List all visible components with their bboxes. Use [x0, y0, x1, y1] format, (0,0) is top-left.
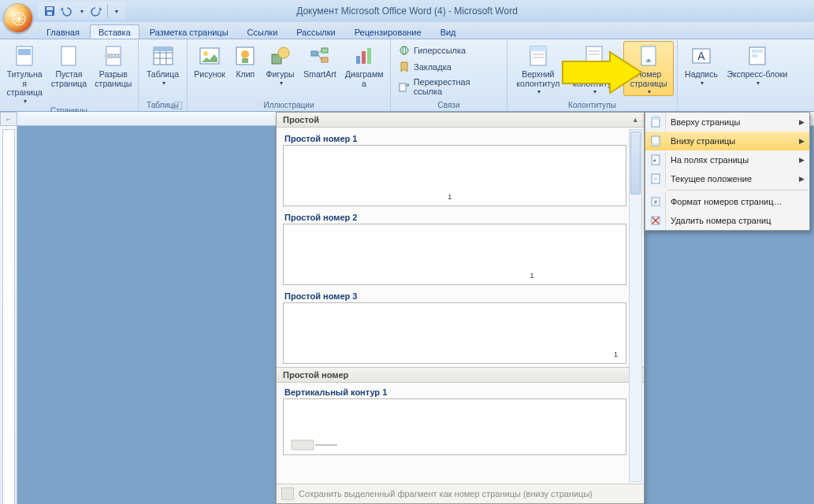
group-tables-label: Таблицы: [142, 100, 184, 111]
group-links-label: Связи: [394, 100, 504, 111]
quick-parts-button[interactable]: Экспресс-блоки: [723, 41, 791, 87]
tab-review[interactable]: Рецензирование: [346, 24, 430, 39]
hyperlink-button[interactable]: Гиперссылка: [394, 43, 504, 58]
svg-rect-5: [18, 49, 31, 55]
svg-rect-28: [356, 56, 360, 64]
svg-rect-50: [292, 440, 314, 450]
quick-parts-label: Экспресс-блоки: [727, 70, 788, 80]
gallery-item-2[interactable]: 1: [283, 224, 626, 285]
svg-point-32: [403, 46, 406, 54]
gallery-item-3[interactable]: 1: [283, 302, 626, 364]
tab-page-layout[interactable]: Разметка страницы: [141, 24, 237, 39]
submenu-arrow-icon: ▶: [799, 137, 805, 145]
svg-line-27: [318, 54, 322, 60]
textbox-button[interactable]: A Надпись: [681, 41, 722, 87]
menu-top-label: Вверху страницы: [666, 117, 799, 127]
svg-rect-29: [362, 51, 366, 64]
vertical-ruler[interactable]: [0, 126, 17, 504]
gallery-footer-label: Сохранить выделенный фрагмент как номер …: [299, 489, 593, 498]
svg-rect-39: [586, 61, 602, 65]
submenu-arrow-icon: ▶: [799, 156, 805, 164]
header-icon: [526, 43, 551, 69]
menu-top-of-page[interactable]: Вверху страницы ▶: [645, 113, 809, 132]
menu-remove-page-numbers[interactable]: Удалить номера страниц: [645, 211, 809, 230]
menu-format-page-numbers[interactable]: # Формат номеров страниц…: [645, 192, 809, 211]
clipart-button[interactable]: Клип: [230, 41, 260, 80]
ribbon-tabs: Главная Вставка Разметка страницы Ссылки…: [0, 22, 814, 39]
page-break-icon: [101, 43, 126, 69]
svg-rect-23: [311, 51, 318, 56]
page-number-button[interactable]: # Номерстраницы: [623, 41, 674, 96]
group-pages: Титульнаястраница Пустаястраница Разрывс…: [0, 39, 139, 111]
menu-current-position[interactable]: Текущее положение ▶: [645, 169, 809, 188]
menu-top-icon: [645, 113, 666, 132]
save-icon[interactable]: [43, 4, 57, 18]
crossref-button[interactable]: Перекрестная ссылка: [394, 76, 504, 98]
gallery-scrollbar[interactable]: [629, 129, 642, 482]
picture-button[interactable]: Рисунок: [191, 41, 229, 80]
gallery-scroll-thumb[interactable]: [630, 132, 641, 195]
footer-button[interactable]: Нижнийколонтитул: [567, 41, 623, 96]
svg-rect-20: [242, 58, 248, 63]
picture-icon: [197, 43, 222, 69]
menu-bottom-icon: [645, 132, 666, 150]
header-label: Верхнийколонтитул: [516, 70, 559, 88]
menu-bottom-of-page[interactable]: Внизу страницы ▶: [645, 132, 809, 150]
hyperlink-label: Гиперссылка: [414, 46, 466, 55]
redo-icon[interactable]: [90, 4, 104, 18]
tab-insert[interactable]: Вставка: [90, 24, 139, 39]
tab-references[interactable]: Ссылки: [239, 24, 287, 39]
chart-button[interactable]: Диаграмма: [341, 41, 387, 89]
gallery-item-3-label: Простой номер 3: [283, 288, 626, 302]
page-number-menu: Вверху страницы ▶ Внизу страницы ▶ # На …: [645, 112, 810, 231]
tables-launcher-icon[interactable]: [174, 102, 182, 109]
menu-bottom-label: Внизу страницы: [666, 136, 799, 146]
clipart-icon: [232, 43, 258, 69]
gallery-collapse-icon[interactable]: ▴: [634, 116, 637, 124]
svg-rect-24: [322, 48, 328, 53]
gallery-item-4[interactable]: [283, 398, 626, 455]
svg-rect-6: [61, 46, 76, 65]
svg-rect-48: [752, 50, 763, 53]
smartart-button[interactable]: SmartArt: [300, 41, 340, 80]
crossref-label: Перекрестная ссылка: [414, 77, 500, 96]
tab-mailings[interactable]: Рассылки: [288, 24, 344, 39]
tab-home[interactable]: Главная: [38, 24, 88, 39]
gallery-item-4-label: Вертикальный контур 1: [283, 384, 626, 398]
menu-remove-icon: [645, 211, 666, 230]
smartart-icon: [307, 43, 333, 69]
cover-page-button[interactable]: Титульнаястраница: [3, 41, 46, 106]
gallery-item-1[interactable]: 1: [283, 145, 626, 206]
quick-parts-icon: [745, 43, 770, 69]
table-button[interactable]: Таблица: [142, 41, 184, 87]
group-headerfooter: Верхнийколонтитул Нижнийколонтитул # Ном…: [507, 39, 678, 111]
gallery-header: Простой ▴: [277, 113, 644, 128]
textbox-label: Надпись: [685, 70, 718, 80]
table-label: Таблица: [147, 70, 179, 80]
blank-page-icon: [56, 43, 81, 69]
svg-rect-53: [652, 117, 660, 120]
picture-label: Рисунок: [194, 70, 225, 80]
chart-icon: [351, 43, 377, 69]
shapes-label: Фигуры: [266, 70, 294, 80]
tab-view[interactable]: Вид: [432, 24, 465, 39]
blank-page-button[interactable]: Пустаястраница: [47, 41, 90, 89]
menu-format-icon: #: [645, 192, 666, 211]
undo-dropdown-icon[interactable]: [74, 4, 88, 18]
svg-rect-2: [46, 7, 53, 10]
bookmark-button[interactable]: Закладка: [394, 59, 504, 75]
svg-rect-59: [654, 177, 657, 180]
header-button[interactable]: Верхнийколонтитул: [511, 41, 566, 96]
menu-page-margins[interactable]: # На полях страницы ▶: [645, 150, 809, 169]
title-bar: Документ Microsoft Office Word (4) - Mic…: [0, 0, 814, 22]
qat-customize-icon[interactable]: [107, 4, 121, 18]
bookmark-label: Закладка: [414, 62, 452, 72]
gallery-save-selection[interactable]: Сохранить выделенный фрагмент как номер …: [277, 484, 644, 503]
undo-icon[interactable]: [58, 4, 72, 18]
chart-label: Диаграмма: [344, 70, 385, 88]
ruler-corner[interactable]: ⌐: [0, 112, 17, 126]
office-button[interactable]: [3, 3, 33, 33]
shapes-button[interactable]: Фигуры: [262, 41, 298, 87]
blank-page-label: Пустаястраница: [51, 70, 87, 88]
page-break-button[interactable]: Разрывстраницы: [92, 41, 135, 89]
